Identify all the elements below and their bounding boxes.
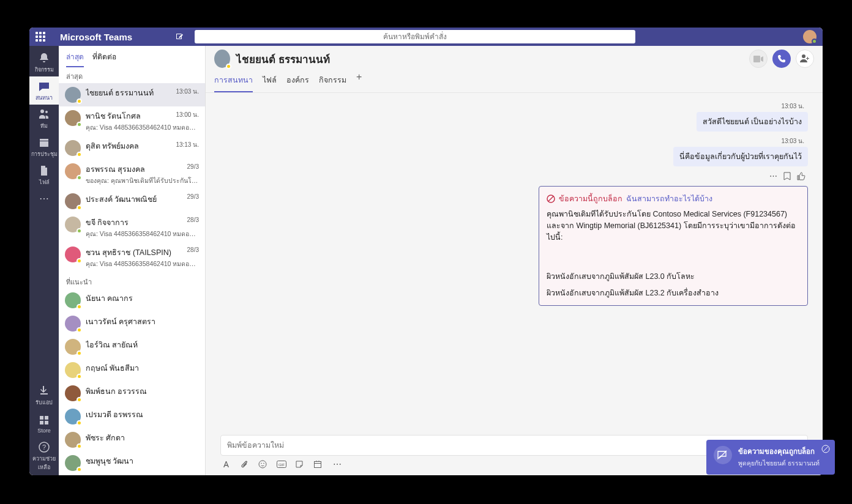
conv-tab-org[interactable]: องค์กร — [286, 72, 309, 92]
app-rail: กิจกรรม สนทนา ทีม การประชุม ไฟล์ — [29, 46, 59, 475]
video-call-button[interactable] — [749, 50, 768, 68]
toast-blocked-icon — [714, 446, 732, 464]
rail-activity[interactable]: กิจกรรม — [29, 48, 59, 76]
chat-preview: คุณ: Visa 4485366358462410 หมดอายุ 01/20… — [86, 259, 199, 269]
bookmark-icon[interactable] — [783, 172, 791, 180]
chat-name: ไอร์วิณ สายัณห์ — [86, 339, 199, 351]
rail-teams[interactable]: ทีม — [29, 105, 59, 133]
chat-name: เปรมวดี อรพรรณ — [86, 409, 199, 421]
chat-list-item[interactable]: นัยนา คณากร — [59, 289, 205, 312]
chat-avatar — [65, 455, 81, 471]
message-sent: 13:03 น. นี่คือข้อมูลเกี่ยวกับผู้ป่วยที่… — [220, 136, 808, 166]
blocked-help-link[interactable]: ฉันสามารถทำอะไรได้บ้าง — [626, 193, 712, 205]
calendar-icon — [38, 136, 50, 149]
section-recent: ล่าสุด — [59, 67, 205, 83]
presence-icon — [77, 420, 82, 426]
chat-list-item[interactable]: อรพรรณ สุรมงคลของคุณ: คุณพานิชเดิมทีได้ร… — [59, 160, 205, 190]
attach-icon[interactable] — [240, 460, 251, 469]
presence-icon — [77, 350, 82, 356]
chat-list-item[interactable]: ประสงค์ วัฒนาพณิชย์ 29/3 — [59, 190, 205, 213]
svg-point-5 — [261, 463, 262, 464]
presence-icon — [77, 152, 82, 157]
chat-list-item[interactable]: ไอร์วิณ สายัณห์ — [59, 335, 205, 358]
chat-list-item[interactable]: พานิช รัตนโกศลคุณ: Visa 4485366358462410… — [59, 106, 205, 136]
like-icon[interactable] — [797, 172, 805, 180]
svg-point-6 — [263, 463, 264, 464]
chat-list-item[interactable]: ขจี กิจจาการคุณ: Visa 4485366358462410 ห… — [59, 213, 205, 243]
file-icon — [38, 165, 50, 177]
chat-time: 29/3 — [187, 163, 199, 170]
chat-list-item[interactable]: กฤษณ์ พันธสีมา — [59, 358, 205, 382]
conversation-avatar[interactable] — [214, 50, 230, 68]
conv-tab-activity[interactable]: กิจกรรม — [319, 72, 346, 92]
add-tab-button[interactable]: + — [356, 72, 362, 92]
chat-list-item[interactable]: พัชระ ศักดา — [59, 428, 205, 451]
download-icon — [38, 385, 50, 397]
chat-avatar — [65, 163, 81, 179]
gif-icon[interactable]: GIF — [277, 461, 288, 468]
teams-icon — [38, 108, 50, 120]
user-avatar[interactable] — [803, 30, 816, 43]
chat-name: เนาวรัตน์ ครุศาสตรา — [86, 316, 199, 328]
store-icon — [38, 414, 50, 426]
audio-call-button[interactable] — [772, 50, 791, 68]
presence-icon — [77, 397, 82, 402]
format-icon[interactable] — [222, 460, 233, 469]
chat-list-item[interactable]: ชมพูนุช วัฒนา — [59, 451, 205, 475]
chat-preview: คุณ: Visa 4485366358462410 หมดอายุ 01/20… — [86, 122, 199, 133]
chat-list-item[interactable]: ชวน สุทธิราช (TAILSPIN)คุณ: Visa 4485366… — [59, 243, 205, 273]
tab-recent[interactable]: ล่าสุด — [66, 51, 84, 67]
search-bar[interactable] — [195, 30, 635, 43]
app-launcher-icon[interactable] — [36, 32, 45, 42]
chat-avatar — [65, 316, 81, 332]
conv-tab-chat[interactable]: การสนทนา — [214, 72, 253, 92]
rail-calendar[interactable]: การประชุม — [29, 133, 59, 161]
message-bubble[interactable]: นี่คือข้อมูลเกี่ยวกับผู้ป่วยที่เราคุยกัน… — [673, 147, 808, 166]
rail-store[interactable]: Store — [29, 410, 59, 437]
blocked-body: คุณพานิชเดิมทีได้รับประกันโดย Contoso Me… — [547, 209, 800, 243]
tab-contacts[interactable]: ที่ติดต่อ — [92, 51, 116, 67]
chat-list-item[interactable]: พิมพ์ธนก อรวรรณ — [59, 382, 205, 405]
rail-chat[interactable]: สนทนา — [29, 76, 59, 105]
chat-list-panel: ล่าสุด ที่ติดต่อ ล่าสุด ไชยยนต์ ธรรมานนท… — [59, 46, 206, 475]
chat-list-item[interactable]: ไชยยนต์ ธรรมานนท์ 13:03 น. — [59, 83, 205, 106]
message-bubble[interactable]: สวัสดีไชยยนต์ เป็นอย่างไรบ้าง — [697, 112, 808, 132]
message-time: 13:03 น. — [781, 102, 804, 111]
chat-time: 29/3 — [187, 193, 199, 200]
message-time: 13:03 น. — [781, 136, 804, 146]
rail-files[interactable]: ไฟล์ — [29, 161, 59, 189]
sticker-icon[interactable] — [295, 460, 306, 469]
more-icon[interactable]: ⋯ — [332, 459, 343, 469]
chat-name: ชวน สุทธิราช (TAILSPIN) — [86, 246, 199, 259]
chat-icon — [38, 80, 50, 92]
messages-area: 13:03 น. สวัสดีไชยยนต์ เป็นอย่างไรบ้าง 1… — [206, 93, 823, 430]
toast-close-icon[interactable] — [821, 445, 830, 453]
search-input[interactable] — [195, 30, 635, 43]
meet-icon[interactable] — [313, 460, 324, 469]
presence-icon — [77, 258, 82, 264]
chat-list-item[interactable]: เนาวรัตน์ ครุศาสตรา — [59, 312, 205, 335]
chat-name: อรพรรณ สุรมงคล — [86, 163, 199, 176]
presence-available-icon — [812, 39, 817, 44]
rail-help[interactable]: ? ความช่วยเหลือ — [29, 437, 59, 475]
chat-avatar — [65, 110, 81, 126]
svg-line-12 — [824, 447, 828, 451]
chat-name: ชมพูนุช วัฒนา — [86, 455, 199, 467]
chat-time: 13:13 น. — [176, 140, 199, 149]
add-people-button[interactable] — [796, 50, 814, 68]
phone-icon — [777, 54, 786, 63]
presence-icon — [77, 205, 82, 210]
emoji-icon[interactable] — [258, 460, 269, 469]
chat-list-item[interactable]: ดุสิต ทรัพย์มงคล 13:13 น. — [59, 136, 205, 160]
more-options-icon[interactable]: ⋯ — [769, 171, 777, 180]
new-chat-icon[interactable] — [175, 32, 185, 42]
conv-tab-files[interactable]: ไฟล์ — [263, 72, 277, 92]
notification-toast[interactable]: ข้อความของคุณถูกบล็อก พูดคุยกับไชยยนต์ ธ… — [706, 440, 835, 475]
blocked-icon — [547, 195, 555, 203]
rail-get-apps[interactable]: รับแอป — [29, 381, 59, 410]
svg-rect-9 — [315, 462, 321, 468]
chat-list-item[interactable]: มโน ต้นตยกุล — [59, 475, 205, 475]
rail-more[interactable]: ⋯ — [29, 189, 59, 207]
chat-list-item[interactable]: เปรมวดี อรพรรณ — [59, 405, 205, 428]
svg-text:?: ? — [42, 443, 46, 451]
